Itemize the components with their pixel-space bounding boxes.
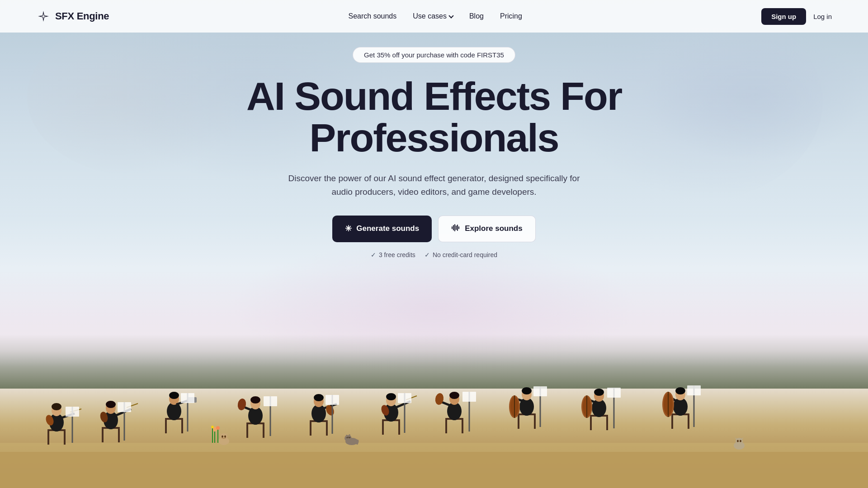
svg-point-24 — [106, 401, 116, 408]
svg-point-133 — [737, 440, 739, 442]
svg-point-51 — [250, 396, 260, 404]
check-icon: ✓ — [371, 251, 376, 258]
svg-rect-31 — [165, 420, 167, 433]
main-content: Get 35% off your purchase with code FIRS… — [0, 33, 868, 258]
svg-point-98 — [522, 387, 532, 394]
svg-rect-3 — [456, 225, 457, 230]
svg-rect-107 — [606, 417, 608, 430]
sparkle-icon: ✳ — [345, 224, 352, 234]
svg-point-134 — [740, 440, 741, 442]
svg-rect-32 — [181, 420, 183, 433]
svg-rect-85 — [462, 420, 463, 433]
svg-rect-39 — [181, 393, 194, 403]
nav-links: Search sounds Use cases Blog Pricing — [349, 12, 522, 20]
promo-badge: Get 35% off your purchase with code FIRS… — [353, 47, 515, 63]
svg-rect-9 — [47, 431, 49, 445]
svg-rect-47 — [246, 424, 248, 438]
check-icon-2: ✓ — [425, 251, 430, 258]
svg-rect-116 — [607, 388, 621, 398]
svg-rect-118 — [671, 415, 673, 429]
nav-actions: Sign up Log in — [761, 8, 832, 25]
logo-icon — [36, 9, 51, 23]
hero-title: AI Sound Effects For Professionals — [246, 75, 622, 159]
svg-point-44 — [222, 436, 223, 438]
svg-point-53 — [237, 398, 247, 411]
trust-badge-no-cc: ✓ No credit-card required — [425, 251, 497, 258]
svg-point-45 — [224, 436, 226, 438]
svg-rect-128 — [687, 385, 701, 395]
svg-rect-58 — [326, 422, 328, 436]
svg-rect-0 — [452, 226, 453, 229]
trust-badge-credits: ✓ 3 free credits — [371, 251, 415, 258]
orchestra-illustration — [0, 316, 868, 488]
svg-rect-18 — [66, 407, 79, 417]
svg-point-110 — [594, 389, 604, 396]
svg-rect-95 — [534, 415, 536, 429]
orchestra-svg — [0, 316, 868, 488]
hero-subtitle: Discover the power of our AI sound effec… — [285, 172, 583, 199]
svg-rect-92 — [462, 392, 476, 402]
nav-use-cases[interactable]: Use cases — [413, 12, 453, 20]
cta-buttons: ✳ Generate sounds Explore sounds — [332, 216, 535, 242]
nav-pricing[interactable]: Pricing — [500, 12, 522, 20]
svg-point-122 — [675, 387, 685, 394]
svg-rect-84 — [445, 420, 447, 433]
svg-rect-5 — [458, 226, 459, 229]
login-button[interactable]: Log in — [813, 13, 832, 20]
svg-point-70 — [346, 435, 348, 437]
nav-search-sounds[interactable]: Search sounds — [349, 12, 397, 20]
svg-point-136 — [216, 426, 220, 430]
trust-badges: ✓ 3 free credits ✓ No credit-card requir… — [371, 251, 497, 258]
svg-point-71 — [349, 434, 350, 437]
svg-point-35 — [169, 392, 179, 399]
waveform-icon — [451, 223, 460, 235]
svg-rect-73 — [382, 421, 384, 435]
navbar: SFX Engine Search sounds Use cases Blog … — [0, 0, 868, 33]
svg-point-137 — [211, 426, 214, 428]
nav-blog[interactable]: Blog — [469, 12, 484, 20]
svg-point-88 — [449, 392, 459, 399]
svg-rect-104 — [533, 386, 547, 396]
svg-rect-106 — [590, 417, 592, 430]
svg-rect-57 — [310, 422, 311, 436]
chevron-down-icon — [448, 13, 453, 18]
svg-rect-1 — [453, 225, 454, 230]
explore-sounds-button[interactable]: Explore sounds — [438, 216, 536, 242]
svg-rect-29 — [118, 402, 131, 412]
svg-rect-94 — [518, 415, 519, 429]
svg-point-67 — [344, 435, 352, 441]
svg-rect-10 — [64, 431, 66, 445]
signup-button[interactable]: Sign up — [761, 8, 806, 25]
logo-link[interactable]: SFX Engine — [36, 9, 109, 23]
generate-sounds-button[interactable]: ✳ Generate sounds — [332, 216, 432, 242]
logo-text: SFX Engine — [55, 10, 109, 22]
svg-rect-2 — [454, 224, 455, 231]
svg-rect-82 — [398, 393, 411, 403]
svg-rect-4 — [457, 225, 458, 231]
svg-rect-65 — [326, 395, 339, 405]
svg-rect-7 — [0, 452, 868, 488]
svg-rect-48 — [263, 424, 264, 438]
svg-rect-119 — [688, 415, 689, 429]
svg-rect-20 — [102, 429, 104, 442]
svg-rect-21 — [118, 429, 120, 442]
svg-rect-74 — [398, 421, 400, 435]
svg-rect-55 — [264, 396, 277, 406]
svg-point-77 — [386, 393, 396, 400]
svg-point-61 — [314, 394, 324, 401]
svg-point-13 — [52, 403, 61, 410]
